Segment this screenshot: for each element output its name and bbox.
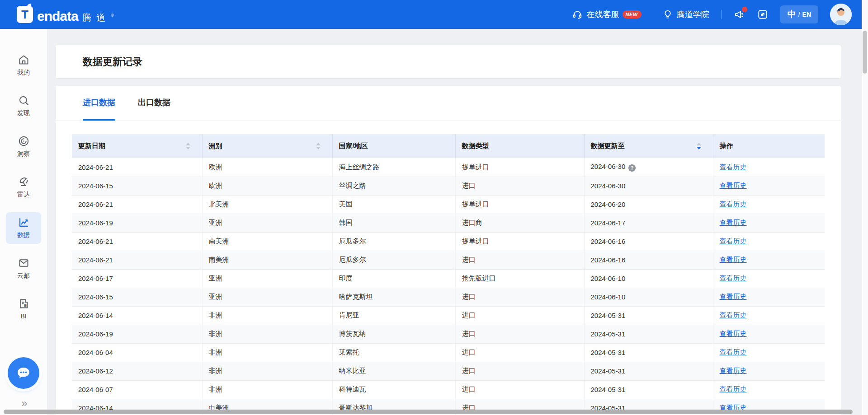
action-cell: 查看历史 bbox=[713, 362, 825, 380]
bi-document-icon: BI bbox=[18, 298, 30, 310]
action-cell: 查看历史 bbox=[713, 269, 825, 288]
sort-asc-icon bbox=[316, 143, 321, 145]
update-records-table-wrap: 更新日期 洲别 国家/地区 数据类型 bbox=[72, 134, 825, 415]
data-type-cell: 进口 bbox=[455, 380, 584, 399]
online-service-button[interactable]: 在线客服 NEW bbox=[572, 9, 641, 20]
sort-control-continent[interactable] bbox=[316, 143, 321, 149]
tendata-logo[interactable]: T endata 腾 道 ® bbox=[17, 6, 114, 23]
action-cell: 查看历史 bbox=[713, 343, 825, 362]
update-date-cell: 2024-06-15 bbox=[72, 288, 202, 306]
language-toggle-button[interactable]: 中 / EN bbox=[780, 5, 818, 23]
data-chart-icon bbox=[18, 216, 30, 228]
column-header-actions: 操作 bbox=[720, 142, 733, 150]
data-type-cell: 进口 bbox=[455, 362, 584, 380]
vertical-scrollbar-thumb[interactable] bbox=[863, 31, 867, 74]
view-history-link[interactable]: 查看历史 bbox=[720, 348, 747, 356]
table-row: 2024-06-14非洲肯尼亚进口2024-05-31查看历史 bbox=[72, 306, 825, 325]
table-row: 2024-06-12非洲纳米比亚进口2024-05-31查看历史 bbox=[72, 362, 825, 380]
lang-zh-label: 中 bbox=[788, 9, 796, 20]
data-type-cell: 提单进口 bbox=[455, 158, 584, 177]
tab-export-data[interactable]: 出口数据 bbox=[138, 86, 170, 121]
update-date-cell: 2024-06-15 bbox=[72, 177, 202, 195]
sidebar-expand-chevrons[interactable]: » bbox=[0, 398, 47, 409]
country-cell: 纳米比亚 bbox=[332, 362, 455, 380]
table-row: 2024-06-21南美洲厄瓜多尔进口2024-06-16查看历史 bbox=[72, 251, 825, 269]
horizontal-scrollbar-thumb[interactable] bbox=[4, 410, 853, 414]
academy-button[interactable]: 腾道学院 bbox=[662, 9, 709, 20]
lightbulb-icon bbox=[662, 9, 673, 20]
action-cell: 查看历史 bbox=[713, 288, 825, 306]
sidebar-item-data[interactable]: 数据 bbox=[6, 212, 41, 244]
fullscreen-icon bbox=[757, 9, 769, 20]
view-history-link[interactable]: 查看历史 bbox=[720, 293, 747, 300]
vertical-scrollbar-track[interactable] bbox=[862, 0, 868, 415]
view-history-link[interactable]: 查看历史 bbox=[720, 256, 747, 263]
sidebar-item-radar[interactable]: 雷达 bbox=[6, 172, 41, 203]
data-records-card: 进口数据 出口数据 更新日期 洲别 bbox=[56, 86, 841, 415]
data-type-cell: 进口 bbox=[455, 288, 584, 306]
sort-desc-icon bbox=[316, 147, 321, 149]
country-cell: 厄瓜多尔 bbox=[332, 232, 455, 251]
country-cell: 博茨瓦纳 bbox=[332, 325, 455, 343]
announcements-button[interactable] bbox=[733, 9, 745, 20]
svg-text:BI: BI bbox=[24, 303, 27, 308]
new-badge: NEW bbox=[623, 10, 641, 19]
view-history-link[interactable]: 查看历史 bbox=[720, 163, 747, 171]
view-history-link[interactable]: 查看历史 bbox=[720, 219, 747, 226]
table-row: 2024-06-15亚洲哈萨克斯坦进口2024-06-10查看历史 bbox=[72, 288, 825, 306]
chat-support-button[interactable] bbox=[8, 357, 39, 389]
user-avatar[interactable] bbox=[830, 4, 852, 25]
action-cell: 查看历史 bbox=[713, 325, 825, 343]
continent-cell: 北美洲 bbox=[202, 195, 332, 214]
view-history-link[interactable]: 查看历史 bbox=[720, 200, 747, 208]
view-history-link[interactable]: 查看历史 bbox=[720, 237, 747, 245]
insight-icon bbox=[18, 135, 30, 147]
sidebar-item-discover[interactable]: 发现 bbox=[6, 90, 41, 122]
sidebar-item-mine[interactable]: 我的 bbox=[6, 50, 41, 81]
updated-to-cell: 2024-06-10 bbox=[584, 288, 713, 306]
sidebar-item-label: 雷达 bbox=[17, 191, 30, 199]
sidebar-item-bi[interactable]: BI BI bbox=[6, 294, 41, 324]
sidebar-item-cloudmail[interactable]: 云邮 bbox=[6, 253, 41, 284]
sort-control-updated-to[interactable] bbox=[697, 143, 701, 149]
view-history-link[interactable]: 查看历史 bbox=[720, 182, 747, 189]
radar-icon bbox=[18, 176, 30, 188]
fullscreen-button[interactable] bbox=[757, 9, 769, 20]
action-cell: 查看历史 bbox=[713, 195, 825, 214]
table-header-row: 更新日期 洲别 国家/地区 数据类型 bbox=[72, 134, 825, 158]
data-type-cell: 提单进口 bbox=[455, 195, 584, 214]
logo-leaf-icon bbox=[26, 4, 32, 8]
updated-to-cell: 2024-05-31 bbox=[584, 306, 713, 325]
view-history-link[interactable]: 查看历史 bbox=[720, 385, 747, 393]
help-icon[interactable]: ? bbox=[628, 164, 636, 172]
action-cell: 查看历史 bbox=[713, 232, 825, 251]
updated-to-cell: 2024-06-30 bbox=[584, 177, 713, 195]
continent-cell: 欧洲 bbox=[202, 177, 332, 195]
chat-bubble-icon bbox=[15, 364, 32, 382]
updated-to-cell: 2024-05-31 bbox=[584, 325, 713, 343]
country-cell: 科特迪瓦 bbox=[332, 380, 455, 399]
view-history-link[interactable]: 查看历史 bbox=[720, 311, 747, 319]
sidebar-item-insight[interactable]: 洞察 bbox=[6, 131, 41, 163]
headset-icon bbox=[572, 9, 583, 20]
continent-cell: 南美洲 bbox=[202, 232, 332, 251]
logo-chinese: 腾 道 bbox=[82, 13, 107, 23]
sidebar-item-label: 我的 bbox=[17, 69, 30, 77]
view-history-link[interactable]: 查看历史 bbox=[720, 274, 747, 282]
view-history-link[interactable]: 查看历史 bbox=[720, 330, 747, 337]
action-cell: 查看历史 bbox=[713, 158, 825, 177]
tab-import-data[interactable]: 进口数据 bbox=[83, 86, 115, 121]
updated-to-cell: 2024-06-17 bbox=[584, 214, 713, 232]
update-date-cell: 2024-06-19 bbox=[72, 325, 202, 343]
updated-to-cell: 2024-05-31 bbox=[584, 343, 713, 362]
view-history-link[interactable]: 查看历史 bbox=[720, 367, 747, 374]
continent-cell: 非洲 bbox=[202, 325, 332, 343]
update-date-cell: 2024-06-21 bbox=[72, 232, 202, 251]
updated-to-cell: 2024-05-31 bbox=[584, 380, 713, 399]
top-navbar: T endata 腾 道 ® 在线客服 NEW bbox=[0, 0, 868, 29]
data-type-cell: 进口 bbox=[455, 306, 584, 325]
data-type-cell: 进口 bbox=[455, 177, 584, 195]
sort-control-update-date[interactable] bbox=[186, 143, 190, 149]
country-cell: 海上丝绸之路 bbox=[332, 158, 455, 177]
table-row: 2024-06-17亚洲印度抢先版进口2024-06-10查看历史 bbox=[72, 269, 825, 288]
